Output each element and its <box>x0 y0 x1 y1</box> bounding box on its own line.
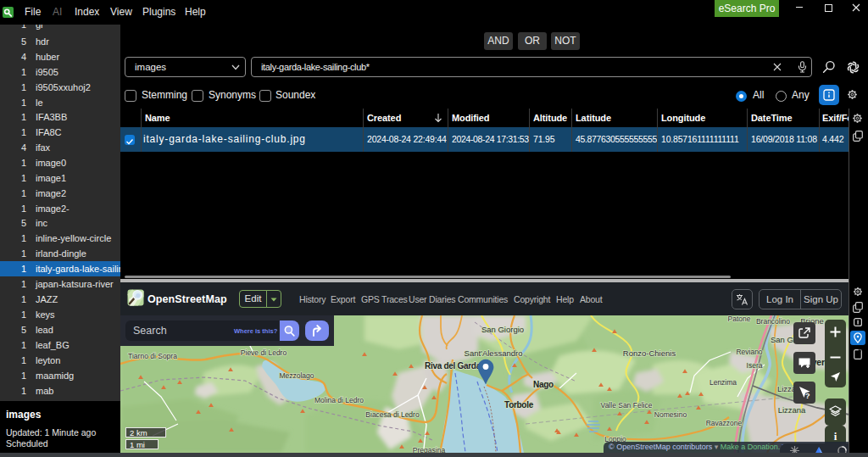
svg-text:Riva del Garda: Riva del Garda <box>425 361 481 371</box>
svg-text:Torbole: Torbole <box>504 400 534 410</box>
svg-text:Nomesino: Nomesino <box>654 410 687 419</box>
svg-text:Valle San Felice: Valle San Felice <box>601 401 653 410</box>
svg-text:Biacesa di Ledro: Biacesa di Ledro <box>365 410 420 419</box>
svg-text:Lizzana: Lizzana <box>778 405 806 415</box>
svg-text:Nago: Nago <box>533 380 554 389</box>
svg-text:Brancolino: Brancolino <box>756 317 790 326</box>
svg-text:Lenzima: Lenzima <box>709 378 737 387</box>
svg-text:Reviano: Reviano <box>736 348 762 356</box>
svg-text:Pieve di Ledro: Pieve di Ledro <box>241 348 287 357</box>
svg-text:San Giorgio: San Giorgio <box>481 325 524 334</box>
svg-text:Ronzo-Chienis: Ronzo-Chienis <box>623 348 676 358</box>
svg-text:?: ? <box>805 392 810 399</box>
svg-text:Isera: Isera <box>747 361 763 370</box>
svg-text:Sant'Alessandro: Sant'Alessandro <box>465 348 523 358</box>
svg-text:Tiarno di Sopra: Tiarno di Sopra <box>128 352 177 360</box>
svg-text:Ravazzone: Ravazzone <box>706 419 743 427</box>
svg-text:Pregasina: Pregasina <box>413 446 446 453</box>
svg-text:Mezzolago: Mezzolago <box>279 371 314 380</box>
svg-text:Molina di Ledro: Molina di Ledro <box>314 396 364 404</box>
svg-text:Patone: Patone <box>728 315 751 323</box>
